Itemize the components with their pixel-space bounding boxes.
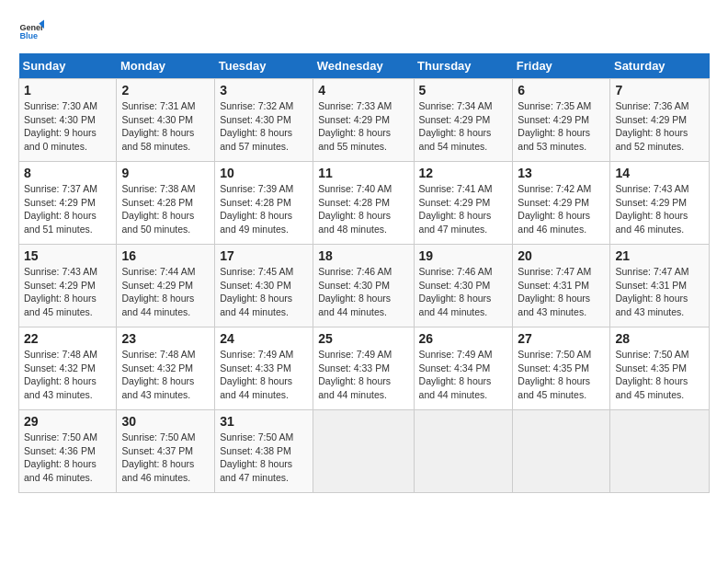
day-number: 17 [220,248,308,263]
day-number: 25 [318,331,408,346]
calendar-cell: 18 Sunrise: 7:46 AMSunset: 4:30 PMDaylig… [313,245,414,327]
day-detail: Sunrise: 7:45 AMSunset: 4:30 PMDaylight:… [220,266,293,317]
calendar-cell: 25 Sunrise: 7:49 AMSunset: 4:33 PMDaylig… [313,327,414,410]
calendar-cell: 1 Sunrise: 7:30 AMSunset: 4:30 PMDayligh… [19,79,117,162]
day-number: 15 [24,248,111,263]
day-number: 29 [24,414,111,429]
calendar-cell: 17 Sunrise: 7:45 AMSunset: 4:30 PMDaylig… [215,245,313,327]
page-header: General Blue [18,18,710,44]
calendar-cell: 24 Sunrise: 7:49 AMSunset: 4:33 PMDaylig… [215,327,313,410]
day-number: 18 [318,248,408,263]
day-number: 27 [518,331,605,346]
day-number: 13 [518,166,605,180]
weekday-header-monday: Monday [117,53,215,79]
day-detail: Sunrise: 7:41 AMSunset: 4:29 PMDaylight:… [419,183,493,235]
day-detail: Sunrise: 7:42 AMSunset: 4:29 PMDaylight:… [518,183,591,235]
weekday-header-tuesday: Tuesday [215,53,313,79]
day-number: 6 [518,83,605,98]
day-number: 12 [419,166,508,180]
day-detail: Sunrise: 7:31 AMSunset: 4:30 PMDaylight:… [121,100,195,152]
calendar-cell: 19 Sunrise: 7:46 AMSunset: 4:30 PMDaylig… [414,245,513,327]
calendar-cell: 3 Sunrise: 7:32 AMSunset: 4:30 PMDayligh… [215,79,313,162]
day-detail: Sunrise: 7:36 AMSunset: 4:29 PMDaylight:… [615,100,688,152]
day-number: 28 [615,331,704,346]
day-number: 19 [419,248,508,263]
day-detail: Sunrise: 7:50 AMSunset: 4:37 PMDaylight:… [121,431,195,483]
day-number: 3 [220,83,308,98]
calendar-week-row: 8 Sunrise: 7:37 AMSunset: 4:29 PMDayligh… [19,162,710,245]
weekday-header-saturday: Saturday [610,53,710,79]
logo-icon: General Blue [18,18,44,44]
day-number: 2 [121,83,210,98]
calendar-cell: 15 Sunrise: 7:43 AMSunset: 4:29 PMDaylig… [19,245,117,327]
day-number: 11 [318,166,408,180]
day-detail: Sunrise: 7:50 AMSunset: 4:35 PMDaylight:… [615,349,688,400]
day-number: 7 [615,83,704,98]
calendar-cell: 9 Sunrise: 7:38 AMSunset: 4:28 PMDayligh… [117,162,215,245]
calendar-cell: 14 Sunrise: 7:43 AMSunset: 4:29 PMDaylig… [610,162,710,245]
day-number: 24 [220,331,308,346]
day-detail: Sunrise: 7:30 AMSunset: 4:30 PMDaylight:… [24,100,97,152]
day-number: 1 [24,83,111,98]
calendar-cell: 29 Sunrise: 7:50 AMSunset: 4:36 PMDaylig… [19,410,117,493]
calendar-week-row: 15 Sunrise: 7:43 AMSunset: 4:29 PMDaylig… [19,245,710,327]
day-number: 23 [121,331,210,346]
day-number: 16 [121,248,210,263]
calendar-cell: 4 Sunrise: 7:33 AMSunset: 4:29 PMDayligh… [313,79,414,162]
calendar-cell: 30 Sunrise: 7:50 AMSunset: 4:37 PMDaylig… [117,410,215,493]
calendar-cell: 16 Sunrise: 7:44 AMSunset: 4:29 PMDaylig… [117,245,215,327]
day-detail: Sunrise: 7:50 AMSunset: 4:38 PMDaylight:… [220,431,293,483]
calendar-cell [313,410,414,493]
day-detail: Sunrise: 7:44 AMSunset: 4:29 PMDaylight:… [121,266,195,317]
calendar-cell: 7 Sunrise: 7:36 AMSunset: 4:29 PMDayligh… [610,79,710,162]
weekday-header-sunday: Sunday [19,53,117,79]
calendar-cell [414,410,513,493]
day-detail: Sunrise: 7:46 AMSunset: 4:30 PMDaylight:… [318,266,392,317]
day-detail: Sunrise: 7:40 AMSunset: 4:28 PMDaylight:… [318,183,392,235]
svg-text:Blue: Blue [19,31,38,40]
day-number: 4 [318,83,408,98]
day-detail: Sunrise: 7:37 AMSunset: 4:29 PMDaylight:… [24,183,97,235]
day-number: 20 [518,248,605,263]
day-detail: Sunrise: 7:43 AMSunset: 4:29 PMDaylight:… [615,183,688,235]
day-number: 10 [220,166,308,180]
logo: General Blue [18,18,44,44]
day-number: 14 [615,166,704,180]
day-detail: Sunrise: 7:34 AMSunset: 4:29 PMDaylight:… [419,100,493,152]
day-detail: Sunrise: 7:35 AMSunset: 4:29 PMDaylight:… [518,100,591,152]
day-detail: Sunrise: 7:48 AMSunset: 4:32 PMDaylight:… [121,349,195,400]
day-detail: Sunrise: 7:49 AMSunset: 4:33 PMDaylight:… [318,349,392,400]
weekday-header-row: SundayMondayTuesdayWednesdayThursdayFrid… [19,53,710,79]
calendar-cell: 8 Sunrise: 7:37 AMSunset: 4:29 PMDayligh… [19,162,117,245]
weekday-header-friday: Friday [513,53,610,79]
day-number: 9 [121,166,210,180]
day-detail: Sunrise: 7:50 AMSunset: 4:35 PMDaylight:… [518,349,591,400]
calendar-cell: 13 Sunrise: 7:42 AMSunset: 4:29 PMDaylig… [513,162,610,245]
calendar-cell: 23 Sunrise: 7:48 AMSunset: 4:32 PMDaylig… [117,327,215,410]
calendar-cell: 2 Sunrise: 7:31 AMSunset: 4:30 PMDayligh… [117,79,215,162]
day-detail: Sunrise: 7:47 AMSunset: 4:31 PMDaylight:… [518,266,591,317]
day-detail: Sunrise: 7:38 AMSunset: 4:28 PMDaylight:… [121,183,195,235]
calendar-cell: 10 Sunrise: 7:39 AMSunset: 4:28 PMDaylig… [215,162,313,245]
day-number: 21 [615,248,704,263]
calendar-cell: 20 Sunrise: 7:47 AMSunset: 4:31 PMDaylig… [513,245,610,327]
calendar-cell [513,410,610,493]
day-number: 31 [220,414,308,429]
day-detail: Sunrise: 7:39 AMSunset: 4:28 PMDaylight:… [220,183,293,235]
calendar-cell: 11 Sunrise: 7:40 AMSunset: 4:28 PMDaylig… [313,162,414,245]
calendar-cell: 6 Sunrise: 7:35 AMSunset: 4:29 PMDayligh… [513,79,610,162]
calendar-cell: 28 Sunrise: 7:50 AMSunset: 4:35 PMDaylig… [610,327,710,410]
day-detail: Sunrise: 7:32 AMSunset: 4:30 PMDaylight:… [220,100,293,152]
day-number: 8 [24,166,111,180]
weekday-header-wednesday: Wednesday [313,53,414,79]
calendar-week-row: 22 Sunrise: 7:48 AMSunset: 4:32 PMDaylig… [19,327,710,410]
calendar-week-row: 29 Sunrise: 7:50 AMSunset: 4:36 PMDaylig… [19,410,710,493]
day-detail: Sunrise: 7:50 AMSunset: 4:36 PMDaylight:… [24,431,97,483]
calendar-cell: 22 Sunrise: 7:48 AMSunset: 4:32 PMDaylig… [19,327,117,410]
calendar-cell: 5 Sunrise: 7:34 AMSunset: 4:29 PMDayligh… [414,79,513,162]
calendar-cell [610,410,710,493]
calendar-week-row: 1 Sunrise: 7:30 AMSunset: 4:30 PMDayligh… [19,79,710,162]
day-number: 26 [419,331,508,346]
calendar-cell: 31 Sunrise: 7:50 AMSunset: 4:38 PMDaylig… [215,410,313,493]
day-detail: Sunrise: 7:43 AMSunset: 4:29 PMDaylight:… [24,266,97,317]
